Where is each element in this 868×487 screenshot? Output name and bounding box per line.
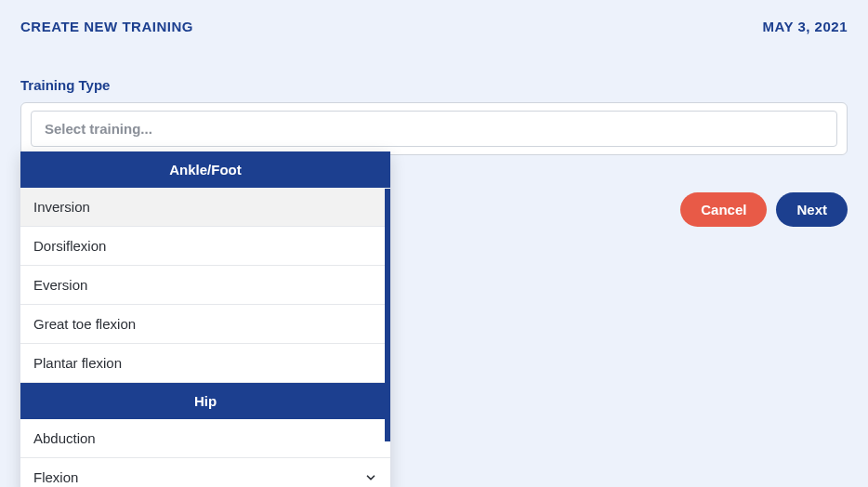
chevron-down-icon — [364, 471, 377, 484]
dropdown-option-eversion[interactable]: Eversion — [20, 266, 390, 305]
form-area: Training Type — [0, 77, 868, 155]
dropdown-option-dorsiflexion[interactable]: Dorsiflexion — [20, 227, 390, 266]
dropdown-group-anklefoot: Ankle/Foot — [20, 151, 390, 188]
header-date: MAY 3, 2021 — [763, 19, 848, 34]
dropdown-option-plantar-flexion[interactable]: Plantar flexion — [20, 344, 390, 383]
dropdown-scrollbar[interactable] — [385, 189, 390, 441]
header: CREATE NEW TRAINING MAY 3, 2021 — [0, 0, 868, 44]
dropdown-option-great-toe-flexion[interactable]: Great toe flexion — [20, 305, 390, 344]
dropdown-option-flexion[interactable]: Flexion — [20, 458, 390, 487]
cancel-button[interactable]: Cancel — [680, 192, 767, 227]
page-title: CREATE NEW TRAINING — [20, 19, 193, 34]
dropdown-option-abduction[interactable]: Abduction — [20, 419, 390, 458]
form-actions: Cancel Next — [680, 192, 848, 227]
dropdown-group-hip: Hip — [20, 383, 390, 419]
dropdown-option-inversion[interactable]: Inversion — [20, 188, 390, 227]
training-type-dropdown: Ankle/Foot Inversion Dorsiflexion Eversi… — [20, 151, 390, 487]
next-button[interactable]: Next — [776, 192, 848, 227]
training-type-select-wrapper[interactable] — [20, 102, 848, 155]
training-type-input[interactable] — [31, 111, 837, 147]
dropdown-option-flexion-label: Flexion — [33, 469, 78, 485]
training-type-label: Training Type — [20, 77, 848, 93]
